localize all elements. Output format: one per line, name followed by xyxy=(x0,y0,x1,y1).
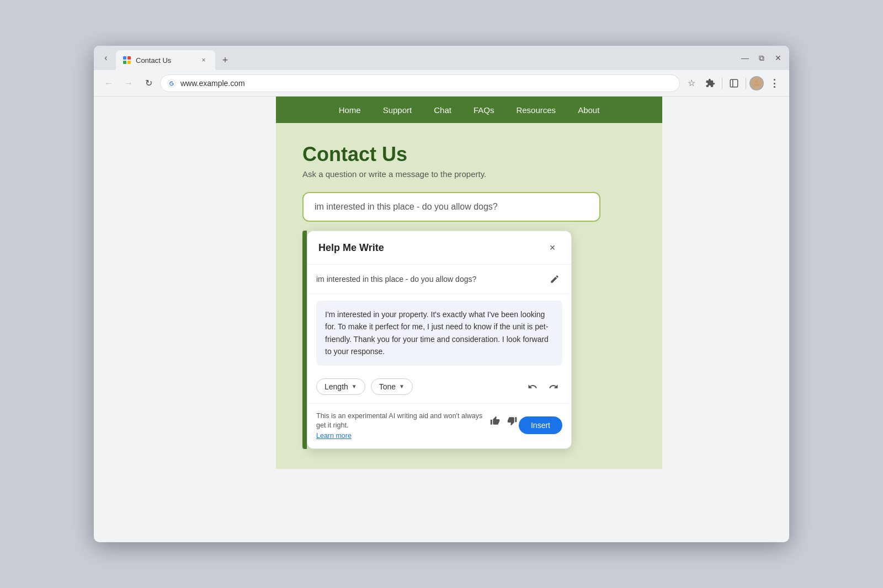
hmw-input-row: im interested in this place - do you all… xyxy=(307,265,571,294)
bookmark-button[interactable]: ☆ xyxy=(683,75,700,92)
hmw-edit-icon[interactable] xyxy=(547,271,562,287)
tab-favicon-icon xyxy=(123,56,131,65)
page-content: Home Support Chat FAQs Resources About C… xyxy=(94,97,789,542)
learn-more-link[interactable]: Learn more xyxy=(316,432,352,440)
tone-arrow-icon: ▼ xyxy=(399,383,405,389)
insert-button[interactable]: Insert xyxy=(519,416,562,434)
url-text: www.example.com xyxy=(180,79,245,88)
length-dropdown[interactable]: Length ▼ xyxy=(316,378,365,395)
tone-dropdown[interactable]: Tone ▼ xyxy=(371,378,413,395)
svg-rect-2 xyxy=(123,61,126,64)
message-input-box[interactable]: im interested in this place - do you all… xyxy=(302,192,600,222)
url-bar[interactable]: www.example.com xyxy=(160,74,680,92)
contact-section: Contact Us Ask a question or write a mes… xyxy=(276,123,662,469)
length-arrow-icon: ▼ xyxy=(352,383,357,389)
hmw-footer: This is an experimental AI writing aid a… xyxy=(307,403,571,448)
contact-subtitle: Ask a question or write a message to the… xyxy=(302,169,636,179)
hmw-close-button[interactable]: × xyxy=(545,240,560,255)
extensions-button[interactable] xyxy=(702,75,719,92)
active-tab[interactable]: Contact Us × xyxy=(116,50,215,70)
window-controls: — ⧉ ✕ xyxy=(738,51,785,65)
nav-about[interactable]: About xyxy=(577,103,600,117)
reload-button[interactable]: ↻ xyxy=(140,75,157,92)
menu-button[interactable]: ⋮ xyxy=(766,75,783,92)
hmw-footer-left: This is an experimental AI writing aid a… xyxy=(316,411,519,440)
tab-nav-back[interactable]: ‹ xyxy=(98,50,114,66)
page-title: Contact Us xyxy=(302,143,636,166)
forward-button[interactable]: → xyxy=(120,75,137,92)
svg-rect-5 xyxy=(730,79,738,87)
length-label: Length xyxy=(325,382,348,391)
hmw-accent-bar xyxy=(302,231,307,449)
hmw-title: Help Me Write xyxy=(318,242,384,254)
hmw-feedback-row: This is an experimental AI writing aid a… xyxy=(316,411,519,431)
hmw-learn-more-row: Learn more xyxy=(316,432,519,440)
tab-close-button[interactable]: × xyxy=(199,55,209,65)
nav-resources[interactable]: Resources xyxy=(515,103,557,117)
navigation-bar: Home Support Chat FAQs Resources About xyxy=(276,97,662,123)
svg-rect-1 xyxy=(127,56,131,60)
hmw-disclaimer-text: This is an experimental AI writing aid a… xyxy=(316,411,484,431)
tabs-area: Contact Us × + xyxy=(116,46,732,70)
redo-icon xyxy=(549,382,558,392)
divider2 xyxy=(746,78,746,89)
address-bar: ← → ↻ www.example.com ☆ xyxy=(94,70,789,97)
pencil-icon xyxy=(550,274,560,284)
title-bar: ‹ Contact Us × + — ⧉ ✕ xyxy=(94,46,789,70)
close-button[interactable]: ✕ xyxy=(772,51,785,65)
extensions-icon xyxy=(705,78,715,88)
help-me-write-panel: Help Me Write × im interested in this pl… xyxy=(307,231,572,449)
hmw-input-display: im interested in this place - do you all… xyxy=(316,275,476,284)
nav-faqs[interactable]: FAQs xyxy=(472,103,496,117)
avatar-icon xyxy=(752,79,761,88)
thumbs-down-button[interactable] xyxy=(506,413,519,429)
minimize-button[interactable]: — xyxy=(738,51,752,65)
undo-icon xyxy=(528,382,538,392)
hmw-wrapper: Help Me Write × im interested in this pl… xyxy=(302,231,600,449)
restore-button[interactable]: ⧉ xyxy=(755,51,768,65)
address-actions: ☆ ⋮ xyxy=(683,75,783,92)
redo-button[interactable] xyxy=(545,378,562,395)
google-icon xyxy=(167,79,176,88)
hmw-controls: Length ▼ Tone ▼ xyxy=(307,372,571,403)
svg-rect-3 xyxy=(127,61,131,64)
new-tab-button[interactable]: + xyxy=(217,52,233,68)
hmw-action-icons xyxy=(524,378,562,395)
svg-rect-0 xyxy=(123,56,126,60)
undo-button[interactable] xyxy=(524,378,541,395)
sidebar-button[interactable] xyxy=(726,75,742,92)
tab-title: Contact Us xyxy=(136,56,171,65)
svg-point-7 xyxy=(755,80,758,83)
hmw-generated-text: I'm interested in your property. It's ex… xyxy=(316,301,562,366)
thumbs-up-button[interactable] xyxy=(488,413,501,429)
divider xyxy=(722,78,722,89)
thumbs-down-icon xyxy=(507,416,517,426)
back-button[interactable]: ← xyxy=(100,75,117,92)
profile-avatar[interactable] xyxy=(749,76,764,90)
tone-label: Tone xyxy=(379,382,396,391)
nav-support[interactable]: Support xyxy=(382,103,413,117)
nav-chat[interactable]: Chat xyxy=(433,103,453,117)
browser-window: ‹ Contact Us × + — ⧉ ✕ xyxy=(94,46,789,542)
sidebar-icon xyxy=(729,78,739,88)
nav-home[interactable]: Home xyxy=(338,103,362,117)
hmw-header: Help Me Write × xyxy=(307,231,571,265)
message-input-text: im interested in this place - do you all… xyxy=(315,202,498,211)
thumbs-up-icon xyxy=(490,416,500,426)
